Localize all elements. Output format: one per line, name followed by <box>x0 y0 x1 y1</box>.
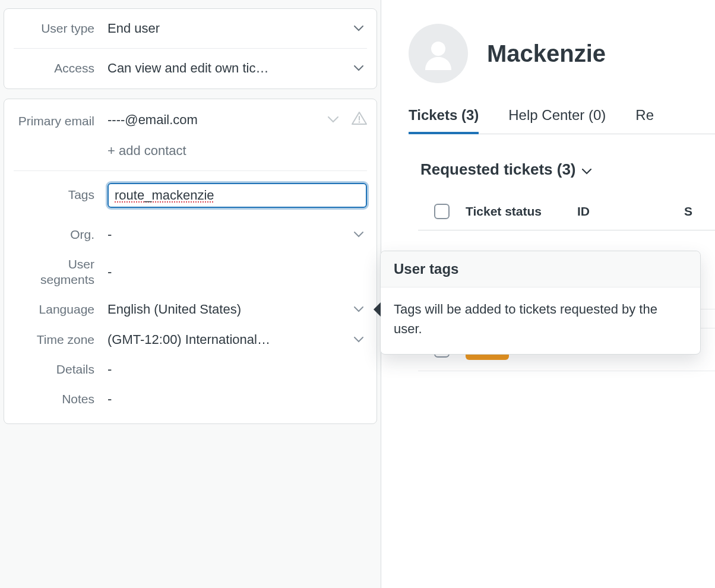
primary-email-label: Primary email <box>14 111 107 129</box>
tab-help-center[interactable]: Help Center (0) <box>508 107 606 134</box>
primary-email-value[interactable]: ----@email.com <box>107 112 198 128</box>
details-row: Details - <box>14 355 367 384</box>
org-value: - <box>107 227 112 242</box>
column-id[interactable]: ID <box>577 204 684 219</box>
access-select[interactable]: Can view and edit own tic… <box>107 61 367 76</box>
chevron-down-icon <box>354 306 363 312</box>
user-properties-pane: User type End user Access Can view and e… <box>0 0 381 588</box>
tooltip-body: Tags will be added to tickets requested … <box>381 287 700 354</box>
column-subject[interactable]: S <box>684 204 715 219</box>
warning-icon <box>352 111 367 129</box>
chevron-down-icon <box>582 160 591 179</box>
tags-input[interactable] <box>107 183 367 208</box>
chevron-down-icon <box>354 26 363 31</box>
tickets-table-header: Ticket status ID S <box>418 193 715 230</box>
language-value: English (United States) <box>107 302 241 317</box>
language-row: Language English (United States) <box>14 295 367 324</box>
access-value: Can view and edit own tic… <box>107 61 268 76</box>
user-header: Mackenzie <box>409 24 715 83</box>
tab-related[interactable]: Re <box>635 107 654 134</box>
time-zone-label: Time zone <box>14 332 107 347</box>
user-name[interactable]: Mackenzie <box>487 40 606 67</box>
chevron-down-icon <box>354 65 363 71</box>
org-label: Org. <box>14 227 107 242</box>
user-type-value: End user <box>107 21 160 36</box>
user-type-select[interactable]: End user <box>107 21 367 36</box>
primary-email-row: Primary email ----@email.com <box>14 99 367 170</box>
org-select[interactable]: - <box>107 227 367 242</box>
user-segments-value: - <box>107 264 112 280</box>
user-segments-row: User segments - <box>14 249 367 295</box>
chevron-down-icon[interactable] <box>328 116 338 124</box>
time-zone-select[interactable]: (GMT-12:00) International… <box>107 332 367 347</box>
notes-row: Notes - <box>14 384 367 423</box>
user-identity-card: User type End user Access Can view and e… <box>4 8 377 89</box>
time-zone-value: (GMT-12:00) International… <box>107 332 270 347</box>
avatar[interactable] <box>409 24 468 83</box>
org-row: Org. - <box>14 220 367 249</box>
requested-tickets-header[interactable]: Requested tickets (3) <box>420 160 715 179</box>
tooltip-title: User tags <box>381 251 700 287</box>
access-label: Access <box>14 61 107 76</box>
user-segments-label: User segments <box>14 257 107 288</box>
details-value[interactable]: - <box>107 362 112 377</box>
language-label: Language <box>14 302 107 317</box>
requested-tickets-title: Requested tickets (3) <box>420 160 576 179</box>
chevron-down-icon <box>354 232 363 238</box>
svg-point-2 <box>431 42 445 56</box>
notes-value[interactable]: - <box>107 391 112 407</box>
access-row: Access Can view and edit own tic… <box>14 49 367 88</box>
add-contact-button[interactable]: + add contact <box>107 143 367 159</box>
svg-point-1 <box>359 121 360 123</box>
user-type-row: User type End user <box>14 9 367 48</box>
user-type-label: User type <box>14 21 107 36</box>
column-status[interactable]: Ticket status <box>466 204 577 219</box>
tab-tickets[interactable]: Tickets (3) <box>409 107 479 134</box>
user-details-card: Primary email ----@email.com <box>4 99 377 425</box>
user-tags-tooltip: User tags Tags will be added to tickets … <box>380 251 701 355</box>
chevron-down-icon <box>354 337 363 343</box>
time-zone-row: Time zone (GMT-12:00) International… <box>14 325 367 355</box>
details-label: Details <box>14 362 107 377</box>
tags-label: Tags <box>14 187 107 203</box>
language-select[interactable]: English (United States) <box>107 302 367 317</box>
tabs: Tickets (3) Help Center (0) Re <box>409 107 715 134</box>
notes-label: Notes <box>14 391 107 407</box>
select-all-checkbox[interactable] <box>434 204 450 219</box>
tags-row: Tags <box>14 171 367 220</box>
